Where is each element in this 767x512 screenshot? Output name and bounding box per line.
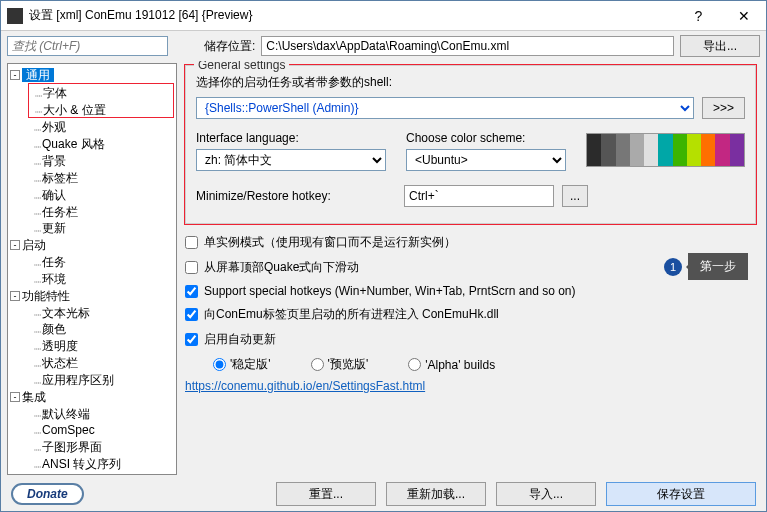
tree-item[interactable]: ┈ANSI 转义序列 [30,455,174,472]
tree-item[interactable]: ┈透明度 [30,337,174,354]
tree-item[interactable]: -集成┈默认终端┈ComSpec┈子图形界面┈ANSI 转义序列 [8,388,176,472]
alpha-radio[interactable]: 'Alpha' builds [408,356,495,373]
tree-item[interactable]: ┈任务 [30,253,174,270]
app-icon [7,8,23,24]
hotkey-field[interactable] [404,185,554,207]
tree-item[interactable]: -通用┈字体┈大小 & 位置┈外观┈Quake 风格┈背景┈标签栏┈确认┈任务栏… [8,66,176,236]
import-button[interactable]: 导入... [496,482,596,506]
tree-item[interactable]: ┈确认 [30,186,174,203]
settings-tree[interactable]: -通用┈字体┈大小 & 位置┈外观┈Quake 风格┈背景┈标签栏┈确认┈任务栏… [7,63,177,475]
donate-button[interactable]: Donate [11,483,84,505]
stable-radio[interactable]: '稳定版' [213,356,271,373]
window-title: 设置 [xml] ConEmu 191012 [64] {Preview} [29,7,676,24]
tree-item[interactable]: ┈默认终端 [30,405,174,422]
tree-item[interactable]: -启动┈任务┈环境 [8,236,176,286]
special-hotkeys-checkbox[interactable]: Support special hotkeys (Win+Number, Win… [185,284,756,298]
help-link[interactable]: https://conemu.github.io/en/SettingsFast… [185,379,425,393]
color-scheme-select[interactable]: <Ubuntu> [406,149,566,171]
callout-text: 第一步 [688,253,748,280]
tree-item[interactable]: ┈子图形界面 [30,438,174,455]
storage-path-field[interactable] [261,36,674,56]
tree-item[interactable]: ┈字体 [31,84,173,101]
export-button[interactable]: 导出... [680,35,760,57]
tree-item[interactable]: ┈背景 [30,152,174,169]
general-settings-group: General settings 选择你的启动任务或者带参数的shell: {S… [185,65,756,224]
hotkey-more-button[interactable]: ... [562,185,588,207]
help-button[interactable]: ? [676,1,721,31]
task-more-button[interactable]: >>> [702,97,745,119]
tree-item[interactable]: ┈更新 [30,219,174,236]
search-input[interactable] [7,36,168,56]
tree-item[interactable]: ┈文本光标 [30,304,174,321]
reload-button[interactable]: 重新加载... [386,482,486,506]
single-instance-checkbox[interactable]: 单实例模式（使用现有窗口而不是运行新实例） [185,234,756,251]
group-legend: General settings [194,61,289,72]
tree-item[interactable]: ┈状态栏 [30,354,174,371]
tree-item[interactable]: -功能特性┈文本光标┈颜色┈透明度┈状态栏┈应用程序区别 [8,287,176,388]
tree-item[interactable]: ┈环境 [30,270,174,287]
tree-item[interactable]: ┈颜色 [30,320,174,337]
auto-update-checkbox[interactable]: 启用自动更新 [185,331,756,348]
tree-item[interactable]: ┈外观 [30,118,174,135]
hotkey-label: Minimize/Restore hotkey: [196,189,396,203]
tree-item[interactable]: ┈Quake 风格 [30,135,174,152]
tree-item[interactable]: ┈ComSpec [30,421,174,438]
storage-label: 储存位置: [204,38,255,55]
preview-radio[interactable]: '预览版' [311,356,369,373]
color-label: Choose color scheme: [406,131,566,145]
inject-hook-checkbox[interactable]: 向ConEmu标签页里启动的所有进程注入 ConEmuHk.dll [185,306,756,323]
tree-item[interactable]: ┈标签栏 [30,169,174,186]
tree-item[interactable]: ┈任务栏 [30,203,174,220]
tree-item[interactable]: ┈应用程序区别 [30,371,174,388]
reset-button[interactable]: 重置... [276,482,376,506]
save-button[interactable]: 保存设置 [606,482,756,506]
tree-item[interactable]: ┈大小 & 位置 [31,101,173,118]
lang-label: Interface language: [196,131,386,145]
startup-task-select[interactable]: {Shells::PowerShell (Admin)} [196,97,694,119]
close-button[interactable]: ✕ [721,1,766,31]
language-select[interactable]: zh: 简体中文 [196,149,386,171]
tree-item[interactable]: -按键 & 宏┈键盘 [8,472,176,475]
color-swatches[interactable] [586,133,745,167]
task-label: 选择你的启动任务或者带参数的shell: [196,74,745,91]
